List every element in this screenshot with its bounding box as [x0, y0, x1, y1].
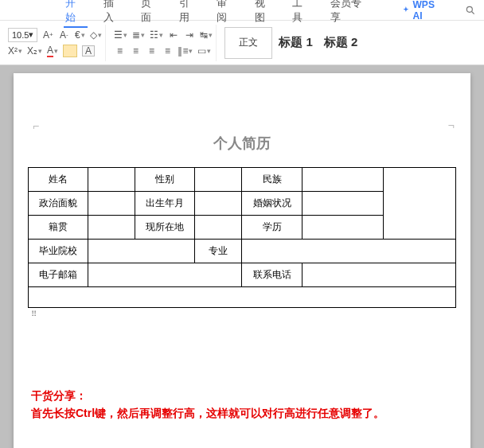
shrink-font-button[interactable]: A- [58, 28, 69, 42]
table-row[interactable] [29, 287, 456, 308]
sparkle-icon [401, 6, 411, 15]
style-body[interactable]: 正文 [224, 27, 272, 59]
font-size-input[interactable]: 10.5▾ [8, 28, 37, 42]
line-spacing-button[interactable]: ‖≡▾ [178, 44, 193, 58]
clear-format-button[interactable]: ◇▾ [90, 28, 102, 42]
indent-button[interactable]: ⇥ [184, 28, 195, 42]
wps-ai-button[interactable]: WPS AI [401, 0, 446, 21]
tab-button[interactable]: ↹▾ [200, 28, 213, 42]
cell-location-label[interactable]: 现所在地 [135, 216, 195, 240]
menu-tab-review[interactable]: 审阅 [215, 0, 239, 28]
border-button[interactable]: ▭▾ [197, 44, 211, 58]
menu-tab-view[interactable]: 视图 [253, 0, 277, 28]
cell-education-label[interactable]: 学历 [242, 216, 302, 240]
subscript-button[interactable]: X²▾ [8, 44, 22, 58]
menu-tab-tool[interactable]: 工具 [291, 0, 314, 28]
cell-ethnicity-label[interactable]: 民族 [242, 168, 302, 192]
table-row[interactable]: 毕业院校 专业 [29, 240, 456, 263]
menu-tab-page[interactable]: 页面 [139, 0, 163, 28]
tip-body: 首先长按Ctrl键，然后再调整行高，这样就可以对行高进行任意调整了。 [31, 404, 453, 422]
cell-hometown-label[interactable]: 籍贯 [29, 216, 88, 240]
cell-hometown-value[interactable] [88, 216, 135, 240]
align-right-button[interactable]: ≡ [146, 44, 157, 58]
cell-marriage-label[interactable]: 婚姻状况 [242, 192, 302, 216]
cell-gender-label[interactable]: 性别 [135, 168, 195, 192]
cell-empty-row[interactable] [29, 287, 456, 308]
menu-tab-member[interactable]: 会员专享 [329, 0, 373, 28]
style-h2[interactable]: 标题 2 [319, 35, 363, 50]
styles-group: 正文 标题 1 标题 2 [221, 25, 365, 61]
cell-name-value[interactable] [88, 168, 135, 192]
style-h1[interactable]: 标题 1 [274, 35, 318, 50]
cell-name-label[interactable]: 姓名 [29, 168, 88, 192]
grow-font-button[interactable]: A+ [42, 28, 53, 42]
cell-gender-value[interactable] [195, 168, 242, 192]
table-resize-handle-icon[interactable]: ⠿ [28, 310, 456, 318]
crop-mark-right-icon: ¬ [448, 119, 455, 132]
cell-email-label[interactable]: 电子邮箱 [29, 263, 88, 287]
outdent-button[interactable]: ⇤ [168, 28, 179, 42]
number-list-button[interactable]: ≣▾ [132, 28, 145, 42]
cell-education-value[interactable] [302, 216, 383, 240]
menu-tab-start[interactable]: 开始 [64, 0, 88, 28]
resume-table[interactable]: 姓名 性别 民族 政治面貌 出生年月 婚姻状况 籍贯 现所在地 [28, 167, 456, 308]
superscript-button[interactable]: X₂▾ [27, 44, 42, 58]
change-case-button[interactable]: €▾ [74, 28, 85, 42]
cell-email-value[interactable] [88, 263, 242, 287]
menu-bar: 开始 插入 页面 引用 审阅 视图 工具 会员专享 WPS AI [0, 0, 484, 21]
page-title: 个人简历 [28, 134, 456, 153]
cell-major-value[interactable] [242, 240, 456, 263]
cell-school-label[interactable]: 毕业院校 [29, 240, 88, 263]
menu-tab-insert[interactable]: 插入 [102, 0, 126, 28]
highlight-button[interactable] [63, 45, 77, 57]
cell-school-value[interactable] [88, 240, 195, 263]
cell-phone-value[interactable] [302, 263, 455, 287]
cell-major-label[interactable]: 专业 [195, 240, 242, 263]
menu-tab-ref[interactable]: 引用 [178, 0, 201, 28]
char-shading-button[interactable]: A [82, 45, 95, 56]
ribbon-toolbar: 10.5▾ A+ A- €▾ ◇▾ X²▾ X₂▾ A▾ A ☰▾ ≣▾ ☷▾ … [0, 21, 484, 65]
cell-location-value[interactable] [195, 216, 242, 240]
crop-mark-left-icon: ⌐ [33, 119, 39, 132]
cell-politics-value[interactable] [88, 192, 135, 216]
table-row[interactable]: 姓名 性别 民族 [29, 168, 456, 192]
cell-photo[interactable] [383, 168, 455, 240]
bullet-list-button[interactable]: ☰▾ [114, 28, 127, 42]
cell-phone-label[interactable]: 联系电话 [242, 263, 302, 287]
paragraph-group: ☰▾ ≣▾ ☷▾ ⇤ ⇥ ↹▾ ≡ ≡ ≡ ≡ ‖≡▾ ▭▾ [111, 25, 217, 61]
wps-ai-label: WPS AI [413, 0, 446, 21]
align-left-button[interactable]: ≡ [114, 44, 125, 58]
cell-birth-label[interactable]: 出生年月 [135, 192, 195, 216]
font-group: 10.5▾ A+ A- €▾ ◇▾ X²▾ X₂▾ A▾ A [5, 25, 106, 61]
svg-point-0 [466, 6, 472, 12]
cell-ethnicity-value[interactable] [302, 168, 383, 192]
document-page[interactable]: ⌐ ¬ 个人简历 姓名 性别 民族 政治面貌 出生年月 [14, 73, 470, 448]
cell-birth-value[interactable] [195, 192, 242, 216]
tip-text: 干货分享： 首先长按Ctrl键，然后再调整行高，这样就可以对行高进行任意调整了。 [28, 387, 456, 423]
search-icon[interactable] [465, 5, 476, 16]
multilevel-list-button[interactable]: ☷▾ [150, 28, 163, 42]
font-color-button[interactable]: A▾ [47, 44, 58, 58]
align-justify-button[interactable]: ≡ [162, 44, 173, 58]
align-center-button[interactable]: ≡ [130, 44, 141, 58]
document-viewport[interactable]: ⌐ ¬ 个人简历 姓名 性别 民族 政治面貌 出生年月 [0, 65, 484, 448]
tip-header: 干货分享： [31, 387, 453, 404]
cell-politics-label[interactable]: 政治面貌 [29, 192, 88, 216]
table-row[interactable]: 电子邮箱 联系电话 [29, 263, 456, 287]
cell-marriage-value[interactable] [302, 192, 383, 216]
svg-line-1 [472, 11, 474, 14]
